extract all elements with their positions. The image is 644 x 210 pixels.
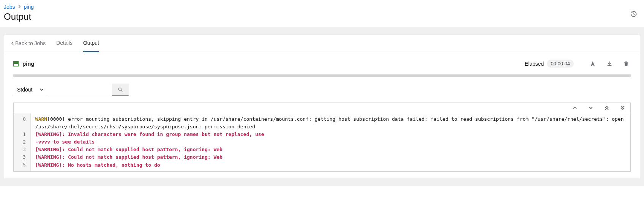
log-line: [WARNING]: No hosts matched, nothing to …	[35, 161, 626, 169]
job-name: ping	[22, 60, 35, 67]
line-number: 5	[23, 161, 26, 169]
line-number: 2	[23, 138, 26, 146]
svg-line-2	[121, 90, 123, 92]
tab-details[interactable]: Details	[56, 35, 73, 52]
output-panel: Back to Jobs Details Output ping Elapsed…	[4, 34, 640, 179]
download-icon[interactable]	[606, 61, 614, 67]
breadcrumb-separator	[18, 4, 21, 9]
log-line: [WARNING]: Could not match supplied host…	[35, 153, 626, 161]
tabs-row: Back to Jobs Details Output	[4, 35, 640, 52]
scroll-down-icon[interactable]	[589, 106, 593, 110]
scroll-bottom-icon[interactable]	[620, 105, 625, 111]
history-icon[interactable]	[630, 11, 637, 19]
log-content[interactable]: WARN[0000] error mounting subscriptions,…	[31, 113, 630, 171]
line-number-gutter: 012335	[14, 113, 31, 171]
trash-icon[interactable]	[623, 61, 631, 67]
relaunch-icon[interactable]	[590, 61, 597, 67]
line-number-spacer	[23, 123, 26, 131]
output-mode-label: Stdout	[17, 87, 40, 93]
progress-bar	[13, 74, 631, 77]
search-button[interactable]	[112, 84, 129, 96]
line-number: 0	[23, 115, 26, 123]
page-title: Output	[4, 11, 640, 22]
breadcrumb-current-link[interactable]: ping	[24, 4, 34, 10]
tab-output[interactable]: Output	[83, 35, 99, 52]
svg-point-1	[118, 88, 121, 90]
job-status-icon	[13, 61, 19, 66]
log-line: WARN[0000] error mounting subscriptions,…	[35, 115, 626, 131]
log-line: [WARNING]: Could not match supplied host…	[35, 146, 626, 153]
back-to-jobs-link[interactable]: Back to Jobs	[11, 35, 46, 52]
output-mode-select[interactable]: Stdout	[13, 84, 47, 95]
line-number: 3	[23, 146, 26, 153]
line-number: 1	[23, 131, 26, 138]
svg-rect-0	[608, 65, 612, 66]
scroll-up-icon[interactable]	[573, 106, 577, 110]
log-line: -vvvv to see details	[35, 138, 626, 146]
back-to-jobs-label: Back to Jobs	[15, 40, 46, 46]
elapsed-label: Elapsed	[525, 61, 544, 67]
elapsed-value: 00:00:04	[547, 60, 574, 68]
breadcrumb: Jobs ping	[4, 4, 640, 10]
output-log: 012335 WARN[0000] error mounting subscri…	[13, 103, 631, 172]
log-line: [WARNING]: Invalid characters were found…	[35, 131, 626, 138]
breadcrumb-root-link[interactable]: Jobs	[4, 4, 15, 10]
scroll-top-icon[interactable]	[605, 105, 609, 111]
search-input[interactable]	[47, 84, 112, 95]
caret-down-icon	[40, 88, 44, 91]
line-number: 3	[23, 153, 26, 161]
